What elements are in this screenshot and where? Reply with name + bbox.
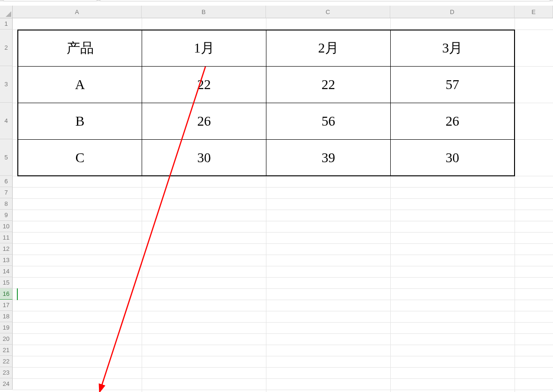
hdr-m1: 1月 xyxy=(194,39,214,58)
gridline xyxy=(13,266,553,266)
row-label: 9 xyxy=(4,211,8,219)
row-label: 1 xyxy=(4,20,8,27)
val: 56 xyxy=(322,113,335,129)
select-all-corner[interactable] xyxy=(0,6,13,18)
col-label: E xyxy=(531,8,536,15)
cell-A2[interactable]: 产品 xyxy=(17,30,142,67)
cell-D4[interactable]: 26 xyxy=(390,103,515,140)
gridline xyxy=(13,198,553,199)
col-label: B xyxy=(202,8,206,15)
gridline xyxy=(13,300,553,300)
row-label: 17 xyxy=(3,302,9,309)
row-label: 12 xyxy=(3,245,9,252)
row-header-7[interactable]: 7 xyxy=(0,187,13,198)
val: 30 xyxy=(197,150,211,166)
row-label: 18 xyxy=(3,313,9,320)
cell-B5[interactable]: 30 xyxy=(142,139,266,176)
row-label: 23 xyxy=(3,369,9,376)
gridline xyxy=(13,187,553,188)
gridline xyxy=(13,345,553,345)
row-label: 8 xyxy=(4,200,8,207)
col-header-E[interactable]: E xyxy=(515,6,553,18)
row-header-4[interactable]: 4 xyxy=(0,103,13,139)
row-header-1[interactable]: 1 xyxy=(0,18,13,30)
row-label: 2 xyxy=(4,44,8,51)
row-header-20[interactable]: 20 xyxy=(0,333,13,345)
val: 22 xyxy=(197,77,211,92)
row-label: 15 xyxy=(3,279,9,286)
val: 22 xyxy=(322,77,335,92)
formula-bar[interactable] xyxy=(99,0,551,1)
col-header-B[interactable]: B xyxy=(142,6,266,18)
row-label: 10 xyxy=(3,223,9,230)
row-label: 6 xyxy=(4,178,8,185)
cell-C2[interactable]: 2月 xyxy=(266,30,391,67)
val: 30 xyxy=(446,150,459,166)
val: A xyxy=(75,77,85,92)
name-box[interactable] xyxy=(3,0,98,1)
row-header-19[interactable]: 19 xyxy=(0,322,13,333)
row-label: 11 xyxy=(3,234,9,241)
row-header-8[interactable]: 8 xyxy=(0,198,13,210)
row-header-2[interactable]: 2 xyxy=(0,30,13,66)
row-header-17[interactable]: 17 xyxy=(0,300,13,311)
select-all-icon xyxy=(6,11,11,17)
cell-C4[interactable]: 56 xyxy=(266,103,391,140)
row-header-18[interactable]: 18 xyxy=(0,311,13,322)
row-header-10[interactable]: 10 xyxy=(0,221,13,232)
col-header-A[interactable]: A xyxy=(13,6,142,18)
hdr-m3: 3月 xyxy=(442,39,463,58)
col-label: D xyxy=(450,8,454,15)
row-label: 14 xyxy=(3,268,9,275)
row-header-14[interactable]: 14 xyxy=(0,266,13,277)
gridline xyxy=(13,232,553,233)
cell-D5[interactable]: 30 xyxy=(390,139,515,176)
row-label: 4 xyxy=(4,117,8,124)
gridline xyxy=(13,356,553,356)
row-label: 20 xyxy=(3,335,9,342)
row-label: 24 xyxy=(3,380,9,387)
cells-area[interactable]: 产品 1月 2月 3月 A 22 22 57 B 26 56 26 C 30 3… xyxy=(13,18,553,392)
col-header-D[interactable]: D xyxy=(390,6,515,18)
row-header-16[interactable]: 16 xyxy=(0,288,13,300)
row-header-21[interactable]: 21 xyxy=(0,345,13,356)
row-header-11[interactable]: 11 xyxy=(0,232,13,243)
row-header-5[interactable]: 5 xyxy=(0,139,13,176)
row-header-12[interactable]: 12 xyxy=(0,243,13,255)
cell-B3[interactable]: 22 xyxy=(142,66,266,103)
row-header-3[interactable]: 3 xyxy=(0,66,13,103)
hdr-product: 产品 xyxy=(67,39,94,58)
spreadsheet: A B C D E 1 2 3 4 5 6 7 8 9 10 11 12 13 … xyxy=(0,6,553,392)
gridline xyxy=(13,210,553,210)
val: C xyxy=(76,150,84,166)
row-header-23[interactable]: 23 xyxy=(0,367,13,378)
gridline xyxy=(13,322,553,323)
val: 39 xyxy=(322,150,335,166)
row-header-9[interactable]: 9 xyxy=(0,210,13,221)
row-label: 13 xyxy=(3,256,9,264)
col-label: C xyxy=(326,8,330,15)
row-header-13[interactable]: 13 xyxy=(0,255,13,266)
row-label: 5 xyxy=(4,154,8,161)
cell-A5[interactable]: C xyxy=(17,139,142,176)
gridline xyxy=(13,367,553,368)
cell-C3[interactable]: 22 xyxy=(266,66,391,103)
row-header-15[interactable]: 15 xyxy=(0,277,13,288)
cell-C5[interactable]: 39 xyxy=(266,139,391,176)
cell-B2[interactable]: 1月 xyxy=(142,30,266,67)
row-header-6[interactable]: 6 xyxy=(0,176,13,187)
val: 26 xyxy=(446,113,459,129)
cell-B4[interactable]: 26 xyxy=(142,103,266,140)
cell-A3[interactable]: A xyxy=(17,66,142,103)
val: 26 xyxy=(197,113,211,129)
cell-A4[interactable]: B xyxy=(17,103,142,140)
row-label: 21 xyxy=(3,347,9,354)
row-header-22[interactable]: 22 xyxy=(0,356,13,367)
hdr-m2: 2月 xyxy=(318,39,339,58)
col-header-C[interactable]: C xyxy=(266,6,390,18)
svg-marker-0 xyxy=(6,11,11,17)
row-header-24[interactable]: 24 xyxy=(0,378,13,390)
cell-D3[interactable]: 57 xyxy=(390,66,515,103)
cell-D2[interactable]: 3月 xyxy=(390,30,515,67)
selection-edge xyxy=(17,288,18,300)
